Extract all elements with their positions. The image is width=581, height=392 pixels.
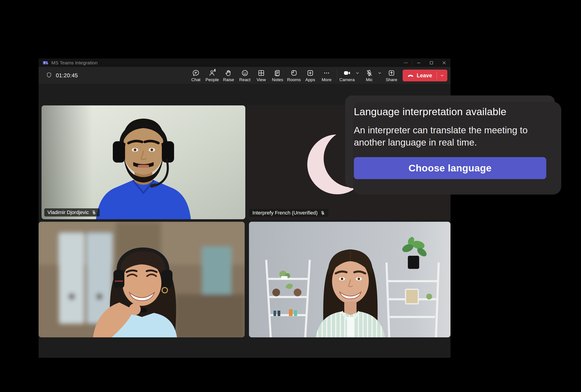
video-tile-participant[interactable] <box>249 222 450 337</box>
leave-main[interactable]: Leave <box>402 72 437 79</box>
mic-muted-icon <box>366 69 373 77</box>
raise-hand-button[interactable]: Raise <box>220 69 237 82</box>
participant-name: Interprefy French (Unverified) <box>252 210 318 216</box>
camera-label: Camera <box>339 78 355 82</box>
participant-name: Vladimir Djordjevic <box>48 209 89 215</box>
meeting-toolbar: 01:20:45 Chat 4 People <box>38 67 450 84</box>
choose-language-button[interactable]: Choose language <box>354 157 546 179</box>
people-count-badge: 4 <box>214 68 216 73</box>
mic-button[interactable]: Mic <box>362 69 377 82</box>
raise-label: Raise <box>223 78 234 82</box>
mic-options-chevron[interactable] <box>376 70 384 75</box>
participant-name-label: Vladimir Djordjevic <box>44 208 100 216</box>
mic-label: Mic <box>366 78 373 82</box>
leave-button[interactable]: Leave <box>402 70 447 81</box>
apps-label: Apps <box>305 78 315 82</box>
react-button[interactable]: React <box>237 69 253 82</box>
mic-off-icon <box>320 210 325 215</box>
raise-hand-icon <box>225 69 232 77</box>
people-button[interactable]: 4 People <box>204 69 220 82</box>
camera-options-chevron[interactable] <box>354 70 361 75</box>
rooms-icon <box>290 69 298 77</box>
window-title: MS Teams Integration <box>51 60 98 65</box>
window-controls <box>400 58 450 67</box>
share-button[interactable]: Share <box>384 69 399 82</box>
more-icon <box>323 69 330 77</box>
apps-button[interactable]: Apps <box>302 69 318 82</box>
rooms-button[interactable]: Rooms <box>286 69 302 82</box>
video-tile-interpreter[interactable] <box>38 222 245 337</box>
more-label: More <box>322 78 331 82</box>
participant-name-label: Interprefy French (Unverified) <box>249 209 328 217</box>
view-button[interactable]: View <box>253 69 270 82</box>
notes-label: Notes <box>272 78 283 82</box>
titlebar: T MS Teams Integration <box>38 58 450 67</box>
chat-icon <box>192 69 200 77</box>
react-label: React <box>239 78 250 82</box>
view-grid-icon <box>257 69 265 77</box>
chat-label: Chat <box>191 78 200 82</box>
toolbar-buttons: Chat 4 People Raise <box>188 69 450 82</box>
notes-button[interactable]: Notes <box>270 69 286 82</box>
tooltip-title: Language interpretation available <box>354 106 546 118</box>
interpreter-video <box>38 222 245 337</box>
shield-icon <box>46 72 52 79</box>
tooltip-body: An interpreter can translate the meeting… <box>354 124 533 149</box>
rooms-label: Rooms <box>287 78 301 82</box>
notes-icon <box>274 69 282 77</box>
apps-icon <box>306 69 314 77</box>
screen: T MS Teams Integration <box>0 0 581 392</box>
toolbar-divider <box>337 69 337 79</box>
svg-text:T: T <box>44 61 46 64</box>
people-label: People <box>206 78 219 82</box>
share-label: Share <box>386 78 398 82</box>
language-interpretation-tooltip: Language interpretation available An int… <box>345 95 555 188</box>
timer-value: 01:20:45 <box>56 72 78 79</box>
minimize-button[interactable] <box>412 58 425 67</box>
react-smiley-icon <box>241 69 249 77</box>
maximize-button[interactable] <box>425 58 438 67</box>
mic-off-icon <box>92 210 96 215</box>
titlebar-left: T MS Teams Integration <box>38 60 98 66</box>
view-label: View <box>257 78 266 82</box>
participant-video <box>249 222 450 337</box>
more-button[interactable]: More <box>318 69 335 82</box>
teams-logo-icon: T <box>42 60 48 66</box>
vladimir-video <box>42 105 245 219</box>
titlebar-more-icon[interactable] <box>400 58 412 67</box>
leave-label: Leave <box>417 72 432 79</box>
share-icon <box>388 69 395 77</box>
camera-icon <box>343 69 351 77</box>
leave-options-chevron[interactable] <box>437 70 447 81</box>
hangup-phone-icon <box>407 72 414 79</box>
video-tile-vladimir[interactable]: Vladimir Djordjevic <box>42 105 245 219</box>
close-button[interactable] <box>438 58 450 67</box>
chat-button[interactable]: Chat <box>188 69 204 82</box>
meeting-timer: 01:20:45 <box>38 72 78 79</box>
camera-button[interactable]: Camera <box>340 69 354 82</box>
